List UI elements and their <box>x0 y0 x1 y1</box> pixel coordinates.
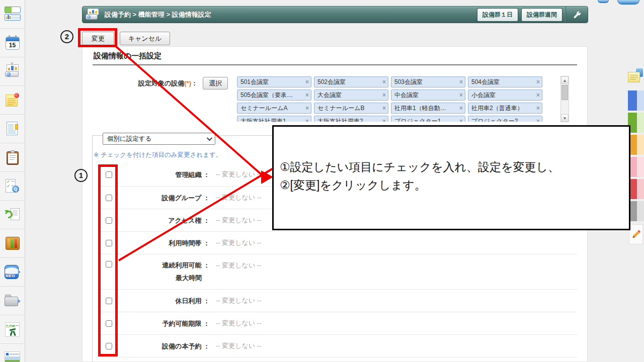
chip-close-icon[interactable]: × <box>305 118 309 122</box>
scrollbar-thumb[interactable] <box>561 85 568 100</box>
setting-row: 予約可能期限 ：-- 変更しない -- <box>99 312 577 335</box>
row-label: 設備の本予約 ： <box>115 342 210 350</box>
row-value: -- 変更しない -- <box>216 319 261 328</box>
cancel-button[interactable]: キャンセル <box>120 32 170 45</box>
screen: 15✓✓QNEOたのめーる 設備予約 > 機能管理 > 設備情報設定 設備群１日… <box>0 0 644 362</box>
facility-chip[interactable]: 504会議室× <box>468 76 542 87</box>
chip-close-icon[interactable]: × <box>382 105 386 112</box>
facility-chip-label: 中会議室 <box>394 91 459 100</box>
chip-close-icon[interactable]: × <box>305 78 309 85</box>
facility-chip[interactable]: 大阪支社社用車2× <box>314 116 388 122</box>
sidebar-item-portal[interactable] <box>0 0 25 29</box>
chip-close-icon[interactable]: × <box>536 118 540 122</box>
settings-wrench-button[interactable] <box>566 7 588 23</box>
workflow-icon <box>5 208 20 222</box>
step-1-marker: 1 <box>74 169 88 182</box>
setting-row: 休日利用 ：-- 変更しない -- <box>99 290 577 312</box>
facility-chip[interactable]: 502会議室× <box>314 76 388 87</box>
chip-close-icon[interactable]: × <box>382 92 386 99</box>
neo-icon: NEO <box>5 265 21 279</box>
sidebar-item-schedule-calendar[interactable]: 15 <box>0 29 25 57</box>
sidebar-item-document-cabinet[interactable] <box>0 229 25 258</box>
chip-close-icon[interactable]: × <box>382 78 386 85</box>
selected-facility-list: 501会議室×502会議室×503会議室×504会議室×505会議室（要承…×大… <box>237 76 545 122</box>
chip-close-icon[interactable]: × <box>459 92 463 99</box>
sidebar-item-facility-reservation[interactable] <box>0 57 25 86</box>
step-2-marker: 2 <box>60 30 73 43</box>
sidebar-item-survey[interactable]: ✓✓Q <box>0 172 25 201</box>
chip-close-icon[interactable]: × <box>459 105 463 112</box>
facility-chip[interactable]: 501会議室× <box>237 76 311 87</box>
row-value: -- 変更しない -- <box>216 261 261 270</box>
facility-chip[interactable]: セミナールームB× <box>314 103 388 114</box>
sidebar-item-circular-document[interactable] <box>0 115 25 143</box>
facility-group-week-button[interactable]: 設備群週間 <box>521 8 562 22</box>
sidebar-item-workflow[interactable] <box>0 201 25 229</box>
facility-chip[interactable]: セミナールームA× <box>237 103 311 114</box>
chip-close-icon[interactable]: × <box>382 118 386 122</box>
facility-reservation-icon <box>5 64 21 79</box>
check-note: ※ チェックを付けた項目のみ変更されます。 <box>94 151 222 159</box>
facility-chip[interactable]: 505会議室（要承…× <box>237 89 311 101</box>
scroll-down-icon[interactable]: ▼ <box>561 114 569 122</box>
mode-select[interactable]: 個別に設定する <box>103 133 215 145</box>
row-label: 管理組織 ： <box>115 170 210 179</box>
tanomail-icon: たのめーる <box>5 322 20 337</box>
chevron-down-icon <box>207 135 212 141</box>
chip-close-icon[interactable]: × <box>305 105 309 112</box>
facility-chip[interactable]: 大阪支社社用車1× <box>237 116 311 122</box>
sidebar-item-neo[interactable]: NEO <box>0 258 25 287</box>
chip-close-icon[interactable]: × <box>305 92 309 99</box>
app-sidebar: 15✓✓QNEOたのめーる <box>0 0 25 362</box>
facility-chip-label: 社用車2（普通車） <box>471 104 536 113</box>
survey-icon: ✓✓Q <box>6 179 19 193</box>
facility-chip[interactable]: 503会議室× <box>391 76 465 87</box>
setting-row: 連続利用可能 ：最大時間-- 変更しない -- <box>99 254 577 290</box>
highlight-box-change-button <box>78 28 117 47</box>
facility-list-scrollbar[interactable]: ▲ ▼ <box>560 76 569 122</box>
facility-chip-label: 502会議室 <box>317 78 382 86</box>
facility-chip[interactable]: 大会議室× <box>314 89 388 101</box>
callout-line2: ②[変更]をクリックします。 <box>280 176 624 194</box>
row-value: -- 変更しない -- <box>216 216 261 225</box>
page-title: 設備情報の一括設定 <box>94 51 162 61</box>
sidebar-item-ad-banner[interactable] <box>0 344 25 362</box>
facility-chip-label: 505会議室（要承… <box>240 91 305 100</box>
sticky-note-icon[interactable] <box>628 67 643 88</box>
title-divider <box>93 64 577 65</box>
facility-chip-label: 504会議室 <box>471 78 536 86</box>
facility-chip-label: 小会議室 <box>471 91 536 100</box>
row-label: 設備グループ ： <box>115 194 210 202</box>
chip-close-icon[interactable]: × <box>536 92 540 99</box>
chip-close-icon[interactable]: × <box>536 78 540 85</box>
sidebar-item-todo-clipboard[interactable] <box>0 143 25 172</box>
row-label: 休日利用 ： <box>115 297 210 305</box>
sidebar-item-memo[interactable] <box>0 86 25 115</box>
facility-chip[interactable]: 中会議室× <box>391 89 465 101</box>
highlight-box-checkboxes <box>98 164 118 356</box>
row-label: アクセス権 ： <box>115 216 210 225</box>
app-header: 設備予約 > 機能管理 > 設備情報設定 設備群１日 設備群週間 <box>82 6 588 23</box>
row-label: 連続利用可能 ：最大時間 <box>115 261 210 282</box>
facility-chip[interactable]: 小会議室× <box>468 89 542 101</box>
sidebar-item-tanomail[interactable]: たのめーる <box>0 315 25 344</box>
facility-chip-label: 大会議室 <box>317 91 382 100</box>
facility-chip[interactable]: プロジェクター2× <box>468 116 542 122</box>
breadcrumb: 設備予約 > 機能管理 > 設備情報設定 <box>105 10 477 19</box>
chip-close-icon[interactable]: × <box>459 118 463 122</box>
top-partial-icon <box>598 0 609 3</box>
facility-chip[interactable]: 社用車2（普通車）× <box>468 103 542 114</box>
pencil-icon[interactable] <box>629 224 643 244</box>
chip-close-icon[interactable]: × <box>459 78 463 85</box>
portal-icon <box>5 7 21 22</box>
facility-group-day-button[interactable]: 設備群１日 <box>477 8 518 22</box>
select-facility-button[interactable]: 選択 <box>203 77 228 89</box>
chip-close-icon[interactable]: × <box>536 105 540 112</box>
facility-chip[interactable]: プロジェクター1× <box>391 116 465 122</box>
facility-chip[interactable]: 社用車1（軽自動…× <box>391 103 465 114</box>
scroll-up-icon[interactable]: ▲ <box>561 76 569 84</box>
row-value: -- 変更しない -- <box>216 238 261 247</box>
sticky-tab-blue[interactable] <box>628 90 644 111</box>
setting-row: 設備の本予約 ：-- 変更しない -- <box>99 335 577 357</box>
sidebar-item-cabinet-folder[interactable] <box>0 287 25 315</box>
